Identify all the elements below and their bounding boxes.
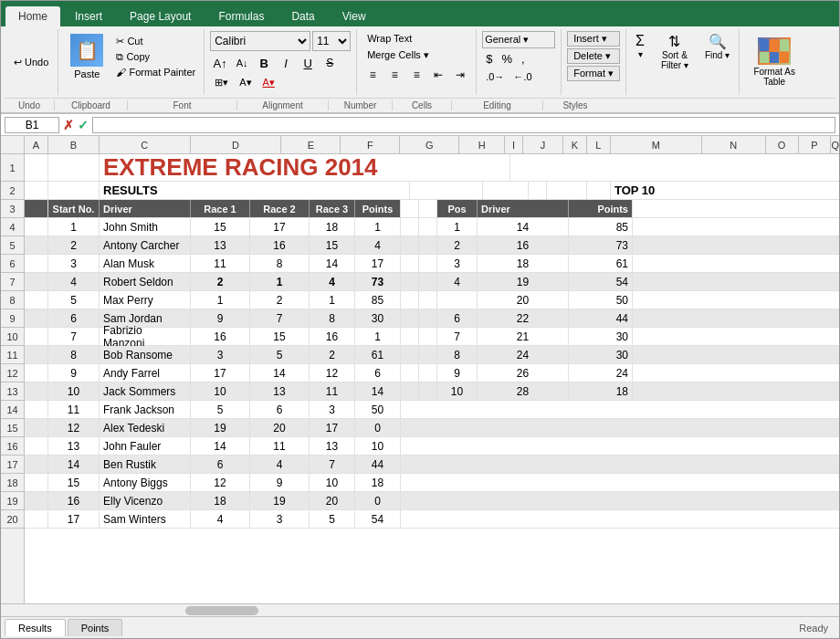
cell-points[interactable]: 0 — [355, 492, 401, 509]
cell-race1[interactable]: 4 — [191, 510, 250, 528]
cell-driver[interactable]: Fabrizio Manzoni — [100, 328, 191, 345]
cell-driver[interactable]: John Smith — [100, 218, 191, 236]
cell-a1[interactable] — [25, 154, 48, 181]
cell-race3[interactable]: 3 — [310, 401, 355, 418]
tab-insert[interactable]: Insert — [62, 6, 115, 26]
cell-race1[interactable]: 2 — [191, 273, 250, 290]
cell-race2[interactable]: 6 — [250, 401, 310, 418]
cell-race2[interactable]: 4 — [250, 456, 310, 473]
cell-race1[interactable]: 1 — [191, 291, 250, 309]
top10-cell-driver[interactable]: 14 — [478, 218, 569, 236]
cell-driver[interactable]: Jack Sommers — [100, 382, 191, 400]
underline-button[interactable]: U — [298, 53, 318, 73]
top10-cell-driver[interactable]: 26 — [478, 364, 569, 382]
cell-driver[interactable]: Antony Carcher — [100, 236, 191, 254]
cell-points[interactable]: 73 — [355, 273, 401, 290]
cell-race3[interactable]: 5 — [310, 510, 355, 528]
top10-cell-driver[interactable]: 21 — [478, 328, 569, 345]
cell-points[interactable]: 18 — [355, 474, 401, 491]
cell-race3[interactable]: 7 — [310, 456, 355, 473]
cell-startno[interactable]: 7 — [48, 328, 100, 345]
cell-race3[interactable]: 20 — [310, 492, 355, 509]
font-size-select[interactable]: 11 — [312, 31, 351, 51]
top10-cell-driver[interactable]: 16 — [478, 236, 569, 254]
top10-cell-points[interactable]: 44 — [569, 309, 633, 327]
top10-cell-points[interactable]: 73 — [569, 236, 633, 254]
row-header-16[interactable]: 16 — [1, 437, 24, 456]
cell-race2[interactable]: 15 — [250, 328, 310, 345]
cell-driver[interactable]: Sam Winters — [100, 510, 191, 528]
decrease-decimal-button[interactable]: ←.0 — [509, 69, 535, 84]
row-header-8[interactable]: 8 — [1, 291, 24, 309]
cell-race1[interactable]: 11 — [191, 255, 250, 272]
top10-cell-pos[interactable]: 7 — [437, 328, 478, 345]
tab-view[interactable]: View — [330, 6, 379, 26]
cell-reference-input[interactable] — [5, 117, 59, 133]
align-right-button[interactable]: ≡ — [406, 65, 426, 85]
cell-race1[interactable]: 19 — [191, 419, 250, 436]
col-header-j[interactable]: J — [523, 136, 563, 153]
top10-cell-driver[interactable]: 22 — [478, 309, 569, 327]
col-header-p[interactable]: P — [799, 136, 832, 153]
cell-c1[interactable]: EXTREME RACING 2014 — [100, 154, 510, 181]
cell-points[interactable]: 0 — [355, 419, 401, 436]
cell-race3[interactable]: 13 — [310, 437, 355, 455]
cell-startno[interactable]: 3 — [48, 255, 100, 272]
col-header-a[interactable]: A — [25, 136, 48, 153]
sum-button[interactable]: Σ▾ — [632, 31, 648, 72]
cell-driver[interactable]: Ben Rustik — [100, 456, 191, 473]
row-header-13[interactable]: 13 — [1, 382, 24, 401]
percent-button[interactable]: % — [498, 50, 516, 68]
format-cells-button[interactable]: Format ▾ — [567, 66, 620, 81]
merge-cells-button[interactable]: Merge Cells ▾ — [362, 47, 434, 63]
indent-increase-button[interactable]: ⇥ — [450, 65, 470, 85]
cell-race1[interactable]: 14 — [191, 437, 250, 455]
row-header-7[interactable]: 7 — [1, 273, 24, 291]
col-header-i[interactable]: I — [505, 136, 523, 153]
cell-race2[interactable]: 14 — [250, 364, 310, 382]
top10-cell-pos[interactable]: 6 — [437, 309, 478, 327]
cell-startno[interactable]: 6 — [48, 309, 100, 327]
tab-formulas[interactable]: Formulas — [205, 6, 277, 26]
cell-race1[interactable]: 6 — [191, 456, 250, 473]
cell-race2[interactable]: 7 — [250, 309, 310, 327]
cell-race3[interactable]: 16 — [310, 328, 355, 345]
cell-points[interactable]: 4 — [355, 236, 401, 254]
cell-race1[interactable]: 3 — [191, 346, 250, 363]
cell-race1[interactable]: 12 — [191, 474, 250, 491]
row-header-18[interactable]: 18 — [1, 474, 24, 492]
top10-cell-points[interactable]: 85 — [569, 218, 633, 236]
cell-startno[interactable]: 12 — [48, 419, 100, 436]
cell-startno[interactable]: 13 — [48, 437, 100, 455]
cell-race2[interactable]: 5 — [250, 346, 310, 363]
cell-points[interactable]: 85 — [355, 291, 401, 309]
col-header-f[interactable]: F — [341, 136, 400, 153]
row-header-14[interactable]: 14 — [1, 401, 24, 419]
cell-race1[interactable]: 16 — [191, 328, 250, 345]
row-header-1[interactable]: 1 — [1, 154, 24, 182]
col-header-l[interactable]: L — [587, 136, 611, 153]
row-header-17[interactable]: 17 — [1, 456, 24, 474]
top10-cell-pos[interactable]: 10 — [437, 382, 478, 400]
wrap-text-button[interactable]: Wrap Text — [362, 31, 416, 46]
find-select-button[interactable]: 🔍Find ▾ — [701, 31, 733, 72]
tab-data[interactable]: Data — [278, 6, 327, 26]
sheet-tab-points[interactable]: Points — [68, 619, 123, 636]
cell-race3[interactable]: 12 — [310, 364, 355, 382]
cell-points[interactable]: 44 — [355, 456, 401, 473]
row-header-5[interactable]: 5 — [1, 236, 24, 255]
top10-cell-driver[interactable]: 18 — [478, 255, 569, 272]
cell-startno[interactable]: 2 — [48, 236, 100, 254]
cell-driver[interactable]: Andy Farrel — [100, 364, 191, 382]
cell-race3[interactable]: 1 — [310, 291, 355, 309]
cell-race2[interactable]: 9 — [250, 474, 310, 491]
top10-cell-points[interactable]: 61 — [569, 255, 633, 272]
row-header-15[interactable]: 15 — [1, 419, 24, 437]
cell-race2[interactable]: 1 — [250, 273, 310, 290]
cell-driver[interactable]: Alex Tedeski — [100, 419, 191, 436]
delete-cells-button[interactable]: Delete ▾ — [567, 48, 620, 64]
row-header-2[interactable]: 2 — [1, 182, 24, 200]
currency-button[interactable]: $ — [482, 50, 496, 68]
confirm-icon[interactable]: ✓ — [78, 118, 89, 132]
top10-cell-pos[interactable] — [437, 291, 478, 309]
